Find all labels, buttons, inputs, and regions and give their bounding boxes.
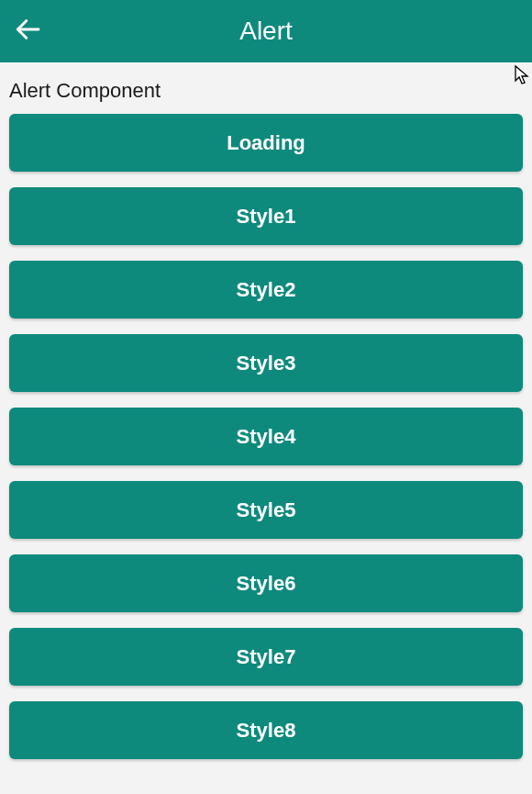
style7-button[interactable]: Style7	[9, 628, 523, 686]
back-button[interactable]	[6, 9, 50, 53]
back-arrow-icon	[13, 15, 42, 48]
style2-button[interactable]: Style2	[9, 261, 523, 319]
style1-button[interactable]: Style1	[9, 187, 523, 245]
content-area: Alert Component Loading Style1 Style2 St…	[0, 62, 532, 759]
style8-button[interactable]: Style8	[9, 701, 523, 759]
style4-button[interactable]: Style4	[9, 408, 523, 465]
style3-button[interactable]: Style3	[9, 334, 523, 392]
loading-button[interactable]: Loading	[9, 114, 523, 172]
style5-button[interactable]: Style5	[9, 481, 523, 539]
button-list: Loading Style1 Style2 Style3 Style4 Styl…	[9, 114, 523, 759]
app-header: Alert	[0, 0, 532, 62]
style6-button[interactable]: Style6	[9, 554, 523, 612]
section-title: Alert Component	[9, 75, 523, 114]
page-title: Alert	[0, 17, 532, 46]
